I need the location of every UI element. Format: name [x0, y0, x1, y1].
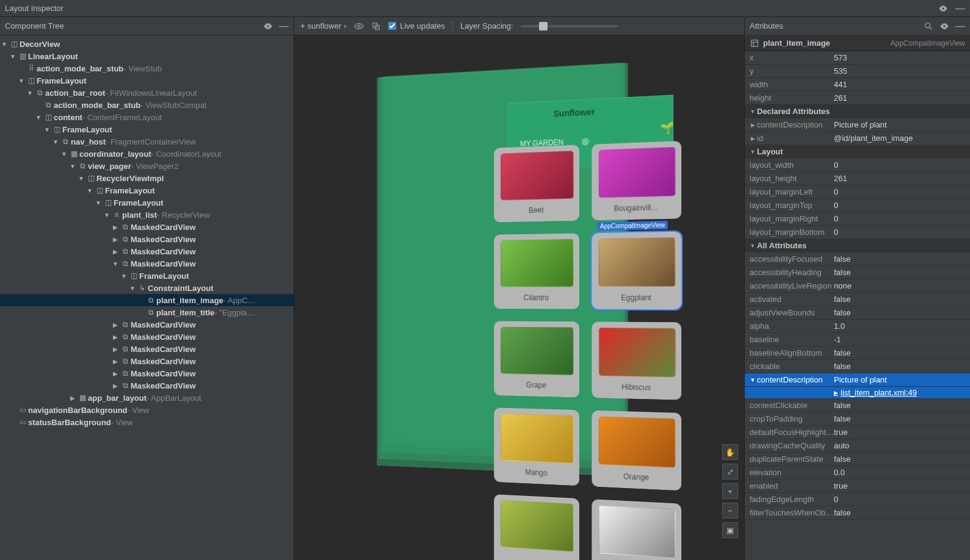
tree-row[interactable]: ▼▥LinearLayout: [0, 50, 294, 62]
snapshot-tool[interactable]: ⤢: [722, 464, 738, 479]
plant-card[interactable]: Grape: [494, 321, 579, 397]
expand-arrow-icon[interactable]: ▼: [43, 126, 51, 133]
minimize-icon[interactable]: —: [955, 4, 965, 13]
plant-card[interactable]: EggplantAppCompatImageView: [592, 232, 681, 309]
attr-row[interactable]: y535: [745, 65, 970, 78]
plant-card[interactable]: Mango: [494, 407, 579, 486]
attributes-list[interactable]: x573y535width441height261▼Declared Attri…: [745, 51, 970, 560]
expand-arrow-icon[interactable]: ▼: [68, 163, 77, 170]
expand-arrow-icon[interactable]: ▶: [111, 236, 120, 243]
tree-row[interactable]: ▶⧉MaskedCardView: [0, 331, 294, 343]
eye-icon[interactable]: [354, 21, 364, 31]
attr-row[interactable]: clickablefalse: [745, 360, 970, 373]
attr-row[interactable]: accessibilityLiveRegionnone: [745, 279, 970, 293]
tree-row[interactable]: ▶⧉MaskedCardView: [0, 245, 294, 257]
attr-section[interactable]: ▼All Attributes: [745, 239, 970, 253]
tree-row[interactable]: ▶⧉MaskedCardView: [0, 355, 294, 367]
attr-row[interactable]: cropToPaddingfalse: [745, 412, 970, 426]
attr-row[interactable]: accessibilityFocusedfalse: [745, 253, 970, 266]
plant-card[interactable]: Beet: [494, 145, 579, 222]
tree-row[interactable]: ▶⧉MaskedCardView: [0, 233, 294, 245]
process-picker[interactable]: + sunflower ▾: [300, 21, 347, 31]
expand-arrow-icon[interactable]: ▶: [111, 334, 120, 340]
expand-arrow-icon[interactable]: ▼: [9, 53, 17, 60]
tree-row[interactable]: ▼◫FrameLayout: [0, 184, 294, 196]
attr-row[interactable]: accessibilityHeadingfalse: [745, 266, 970, 279]
overlay-icon[interactable]: [371, 21, 381, 31]
tree-row[interactable]: ▼⧉action_bar_root - FitWindowsLinearLayo…: [0, 87, 294, 99]
tree-row[interactable]: ▶⧉MaskedCardView: [0, 367, 294, 379]
tree-row[interactable]: ▼◫FrameLayout: [0, 123, 294, 135]
live-updates-checkbox[interactable]: Live updates: [388, 21, 445, 31]
tree-row[interactable]: ▼≡plant_list - RecyclerView: [0, 209, 294, 221]
tree-row[interactable]: ▭statusBarBackground - View: [0, 416, 294, 428]
expand-arrow-icon[interactable]: ▼: [120, 273, 128, 279]
plant-card[interactable]: [494, 494, 579, 560]
expand-arrow-icon[interactable]: ▼: [60, 151, 68, 157]
attr-row[interactable]: filterTouchesWhenOb…false: [745, 506, 970, 520]
attr-row[interactable]: activatedfalse: [745, 293, 970, 306]
tree-row[interactable]: ▼⧉nav_host - FragmentContainerView: [0, 135, 294, 148]
pan-tool[interactable]: ✋: [722, 444, 738, 460]
attr-row[interactable]: defaultFocusHighlight…true: [745, 426, 970, 439]
expand-arrow-icon[interactable]: ▼: [34, 114, 43, 121]
tree-row[interactable]: ⠿action_mode_bar_stub - ViewStub: [0, 62, 294, 74]
attr-row[interactable]: x573: [745, 51, 970, 65]
expand-arrow-icon[interactable]: ▼: [17, 77, 26, 84]
minimize-icon[interactable]: —: [279, 21, 289, 31]
zoom-out-button[interactable]: −: [722, 503, 738, 519]
tree-row[interactable]: ▭navigationBarBackground - View: [0, 404, 294, 416]
tree-row[interactable]: ▼◫DecorView: [0, 38, 294, 50]
attr-section[interactable]: ▼Declared Attributes: [745, 105, 970, 118]
plant-card[interactable]: Hibiscus: [592, 321, 681, 400]
attr-row[interactable]: fadingEdgeLength0: [745, 493, 970, 506]
scene-3d[interactable]: Sunflower MY GARDEN 🏵 🌱 BeetBougainvill……: [371, 56, 679, 539]
plant-card[interactable]: Cilantro: [494, 233, 579, 309]
attr-section[interactable]: ▼Layout: [745, 145, 970, 159]
attr-row[interactable]: layout_marginRight0: [745, 212, 970, 226]
expand-arrow-icon[interactable]: ▶: [111, 321, 120, 328]
expand-arrow-icon[interactable]: ▶: [111, 382, 120, 389]
chevron-right-icon[interactable]: ▶: [750, 122, 756, 128]
tree-row[interactable]: ▼◫RecyclerViewImpl: [0, 172, 294, 184]
attr-source-link[interactable]: ▶list_item_plant.xml:49: [745, 387, 970, 399]
tree-row[interactable]: ▼⧉MaskedCardView: [0, 257, 294, 270]
attr-row[interactable]: baseline-1: [745, 333, 970, 346]
expand-arrow-icon[interactable]: ▼: [85, 187, 94, 194]
tree-row[interactable]: ▶⧉MaskedCardView: [0, 379, 294, 392]
tree-row[interactable]: ▶▦app_bar_layout - AppBarLayout: [0, 392, 294, 404]
chevron-down-icon[interactable]: ▼: [750, 377, 756, 383]
attr-row[interactable]: baselineAlignBottomfalse: [745, 346, 970, 360]
expand-arrow-icon[interactable]: ▶: [111, 358, 120, 365]
attr-row[interactable]: layout_marginBottom0: [745, 226, 970, 239]
tree-row[interactable]: ▶⧉MaskedCardView: [0, 318, 294, 331]
expand-arrow-icon[interactable]: ▼: [128, 285, 137, 292]
attr-row[interactable]: layout_marginTop0: [745, 199, 970, 212]
tree-row[interactable]: ⧉plant_item_title - "Eggpla…: [0, 306, 294, 318]
plant-card[interactable]: Bougainvill…: [592, 141, 681, 220]
preview-viewport[interactable]: Sunflower MY GARDEN 🏵 🌱 BeetBougainvill……: [294, 35, 744, 560]
attr-row[interactable]: height261: [745, 92, 970, 105]
attr-row[interactable]: width441: [745, 78, 970, 92]
minimize-icon[interactable]: —: [955, 21, 965, 31]
expand-arrow-icon[interactable]: ▼: [111, 260, 120, 267]
expand-arrow-icon[interactable]: ▼: [103, 212, 111, 218]
attr-row[interactable]: ▶id@id/plant_item_image: [745, 132, 970, 145]
tree-row[interactable]: ▶⧉MaskedCardView: [0, 221, 294, 233]
expand-arrow-icon[interactable]: ▼: [77, 175, 85, 182]
gear-icon[interactable]: [263, 21, 273, 31]
gear-icon[interactable]: [939, 21, 949, 31]
plant-card[interactable]: Orange: [592, 411, 681, 491]
tree-row[interactable]: ⧉plant_item_image - AppC…: [0, 294, 294, 306]
attr-row[interactable]: enabledtrue: [745, 479, 970, 493]
tree-row[interactable]: ▼▦coordinator_layout - CoordinatorLayout: [0, 148, 294, 160]
zoom-fit-button[interactable]: ▣: [722, 522, 738, 538]
tree-row[interactable]: ▶⧉MaskedCardView: [0, 343, 294, 355]
tree-row[interactable]: ▼◫content - ContentFrameLayout: [0, 111, 294, 123]
expand-arrow-icon[interactable]: ▶: [111, 224, 120, 231]
attr-row[interactable]: layout_width0: [745, 159, 970, 172]
chevron-right-icon[interactable]: ▶: [750, 135, 756, 142]
attr-row[interactable]: duplicateParentStatefalse: [745, 453, 970, 466]
search-icon[interactable]: [924, 21, 933, 31]
attr-row[interactable]: alpha1.0: [745, 320, 970, 333]
